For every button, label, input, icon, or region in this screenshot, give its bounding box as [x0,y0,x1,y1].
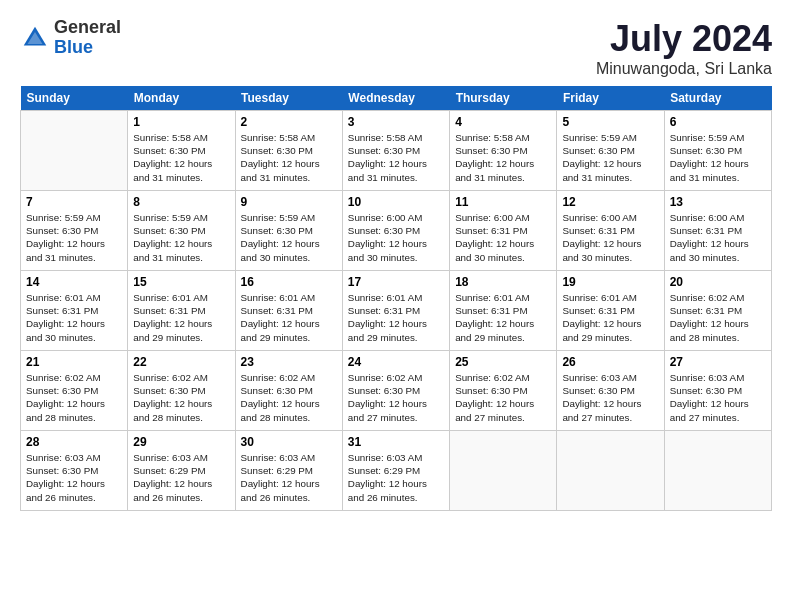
day-info: Sunrise: 6:02 AM Sunset: 6:30 PM Dayligh… [241,371,337,424]
table-row: 31Sunrise: 6:03 AM Sunset: 6:29 PM Dayli… [342,431,449,511]
day-info: Sunrise: 6:00 AM Sunset: 6:31 PM Dayligh… [670,211,766,264]
table-row: 28Sunrise: 6:03 AM Sunset: 6:30 PM Dayli… [21,431,128,511]
day-number: 17 [348,275,444,289]
day-info: Sunrise: 6:03 AM Sunset: 6:29 PM Dayligh… [133,451,229,504]
day-number: 27 [670,355,766,369]
day-number: 9 [241,195,337,209]
day-info: Sunrise: 5:59 AM Sunset: 6:30 PM Dayligh… [133,211,229,264]
table-row: 24Sunrise: 6:02 AM Sunset: 6:30 PM Dayli… [342,351,449,431]
table-row: 29Sunrise: 6:03 AM Sunset: 6:29 PM Dayli… [128,431,235,511]
table-row: 7Sunrise: 5:59 AM Sunset: 6:30 PM Daylig… [21,191,128,271]
logo-icon [20,23,50,53]
day-number: 31 [348,435,444,449]
col-saturday: Saturday [664,86,771,111]
table-row: 9Sunrise: 5:59 AM Sunset: 6:30 PM Daylig… [235,191,342,271]
table-row [557,431,664,511]
day-number: 26 [562,355,658,369]
table-row: 13Sunrise: 6:00 AM Sunset: 6:31 PM Dayli… [664,191,771,271]
day-info: Sunrise: 6:00 AM Sunset: 6:30 PM Dayligh… [348,211,444,264]
calendar-week-row: 1Sunrise: 5:58 AM Sunset: 6:30 PM Daylig… [21,111,772,191]
calendar-header-row: Sunday Monday Tuesday Wednesday Thursday… [21,86,772,111]
day-number: 6 [670,115,766,129]
col-wednesday: Wednesday [342,86,449,111]
day-number: 14 [26,275,122,289]
day-info: Sunrise: 5:59 AM Sunset: 6:30 PM Dayligh… [670,131,766,184]
day-number: 1 [133,115,229,129]
day-info: Sunrise: 6:01 AM Sunset: 6:31 PM Dayligh… [455,291,551,344]
day-number: 30 [241,435,337,449]
day-info: Sunrise: 6:03 AM Sunset: 6:30 PM Dayligh… [26,451,122,504]
day-info: Sunrise: 5:59 AM Sunset: 6:30 PM Dayligh… [26,211,122,264]
table-row: 16Sunrise: 6:01 AM Sunset: 6:31 PM Dayli… [235,271,342,351]
table-row: 17Sunrise: 6:01 AM Sunset: 6:31 PM Dayli… [342,271,449,351]
location-title: Minuwangoda, Sri Lanka [596,60,772,78]
table-row: 6Sunrise: 5:59 AM Sunset: 6:30 PM Daylig… [664,111,771,191]
table-row: 12Sunrise: 6:00 AM Sunset: 6:31 PM Dayli… [557,191,664,271]
table-row: 4Sunrise: 5:58 AM Sunset: 6:30 PM Daylig… [450,111,557,191]
day-info: Sunrise: 6:00 AM Sunset: 6:31 PM Dayligh… [455,211,551,264]
day-number: 15 [133,275,229,289]
day-number: 23 [241,355,337,369]
col-sunday: Sunday [21,86,128,111]
col-monday: Monday [128,86,235,111]
day-number: 7 [26,195,122,209]
day-number: 25 [455,355,551,369]
table-row: 20Sunrise: 6:02 AM Sunset: 6:31 PM Dayli… [664,271,771,351]
day-info: Sunrise: 5:58 AM Sunset: 6:30 PM Dayligh… [348,131,444,184]
month-title: July 2024 [596,18,772,60]
col-friday: Friday [557,86,664,111]
day-number: 18 [455,275,551,289]
day-number: 16 [241,275,337,289]
day-info: Sunrise: 6:01 AM Sunset: 6:31 PM Dayligh… [562,291,658,344]
day-info: Sunrise: 6:01 AM Sunset: 6:31 PM Dayligh… [26,291,122,344]
day-number: 29 [133,435,229,449]
table-row: 11Sunrise: 6:00 AM Sunset: 6:31 PM Dayli… [450,191,557,271]
day-number: 19 [562,275,658,289]
table-row: 18Sunrise: 6:01 AM Sunset: 6:31 PM Dayli… [450,271,557,351]
table-row [450,431,557,511]
day-info: Sunrise: 6:02 AM Sunset: 6:31 PM Dayligh… [670,291,766,344]
col-thursday: Thursday [450,86,557,111]
day-info: Sunrise: 5:58 AM Sunset: 6:30 PM Dayligh… [241,131,337,184]
day-number: 5 [562,115,658,129]
header: General Blue July 2024 Minuwangoda, Sri … [20,18,772,78]
table-row: 14Sunrise: 6:01 AM Sunset: 6:31 PM Dayli… [21,271,128,351]
table-row [21,111,128,191]
calendar-week-row: 28Sunrise: 6:03 AM Sunset: 6:30 PM Dayli… [21,431,772,511]
day-info: Sunrise: 5:59 AM Sunset: 6:30 PM Dayligh… [562,131,658,184]
table-row: 10Sunrise: 6:00 AM Sunset: 6:30 PM Dayli… [342,191,449,271]
day-number: 2 [241,115,337,129]
table-row: 21Sunrise: 6:02 AM Sunset: 6:30 PM Dayli… [21,351,128,431]
title-block: July 2024 Minuwangoda, Sri Lanka [596,18,772,78]
calendar-week-row: 14Sunrise: 6:01 AM Sunset: 6:31 PM Dayli… [21,271,772,351]
logo-text: General Blue [54,18,121,58]
table-row: 19Sunrise: 6:01 AM Sunset: 6:31 PM Dayli… [557,271,664,351]
page: General Blue July 2024 Minuwangoda, Sri … [0,0,792,521]
table-row: 22Sunrise: 6:02 AM Sunset: 6:30 PM Dayli… [128,351,235,431]
day-number: 21 [26,355,122,369]
day-info: Sunrise: 6:02 AM Sunset: 6:30 PM Dayligh… [26,371,122,424]
day-number: 11 [455,195,551,209]
day-info: Sunrise: 6:00 AM Sunset: 6:31 PM Dayligh… [562,211,658,264]
day-number: 28 [26,435,122,449]
day-info: Sunrise: 6:03 AM Sunset: 6:29 PM Dayligh… [241,451,337,504]
table-row: 27Sunrise: 6:03 AM Sunset: 6:30 PM Dayli… [664,351,771,431]
table-row: 15Sunrise: 6:01 AM Sunset: 6:31 PM Dayli… [128,271,235,351]
logo-blue: Blue [54,37,93,57]
day-number: 22 [133,355,229,369]
day-info: Sunrise: 6:03 AM Sunset: 6:30 PM Dayligh… [562,371,658,424]
day-number: 12 [562,195,658,209]
table-row: 30Sunrise: 6:03 AM Sunset: 6:29 PM Dayli… [235,431,342,511]
logo: General Blue [20,18,121,58]
day-number: 4 [455,115,551,129]
day-info: Sunrise: 6:01 AM Sunset: 6:31 PM Dayligh… [348,291,444,344]
day-info: Sunrise: 6:03 AM Sunset: 6:29 PM Dayligh… [348,451,444,504]
day-info: Sunrise: 6:01 AM Sunset: 6:31 PM Dayligh… [241,291,337,344]
day-number: 3 [348,115,444,129]
day-number: 8 [133,195,229,209]
table-row: 2Sunrise: 5:58 AM Sunset: 6:30 PM Daylig… [235,111,342,191]
calendar-table: Sunday Monday Tuesday Wednesday Thursday… [20,86,772,511]
day-number: 24 [348,355,444,369]
table-row: 26Sunrise: 6:03 AM Sunset: 6:30 PM Dayli… [557,351,664,431]
table-row: 8Sunrise: 5:59 AM Sunset: 6:30 PM Daylig… [128,191,235,271]
